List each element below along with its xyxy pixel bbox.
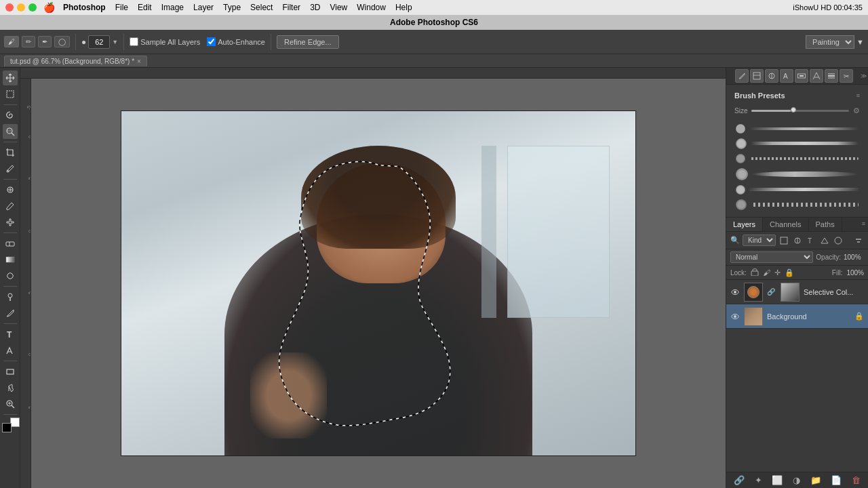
brush-presets-collapse[interactable]: ≡: [856, 92, 860, 99]
panel-icon-btn-1[interactable]: [735, 69, 749, 83]
menu-select[interactable]: Select: [250, 3, 273, 12]
panel-icon-btn-8[interactable]: ✂: [840, 69, 853, 83]
channels-tab[interactable]: Channels: [763, 218, 808, 231]
clone-stamp-tool[interactable]: [3, 215, 18, 230]
size-slider-track[interactable]: [751, 110, 849, 112]
layer-row-background[interactable]: Background 🔒: [726, 304, 868, 329]
quick-selection-tool[interactable]: [3, 124, 18, 139]
eraser-tool[interactable]: [3, 236, 18, 251]
size-slider-thumb[interactable]: [791, 107, 796, 113]
maximize-button[interactable]: [28, 3, 37, 12]
filter-shape-icon[interactable]: [819, 235, 830, 246]
menu-window[interactable]: Window: [357, 3, 386, 12]
brush-tool-button[interactable]: 🖌: [4, 36, 19, 47]
lasso-tool[interactable]: [3, 108, 18, 123]
filter-pixel-icon[interactable]: [778, 235, 789, 246]
dodge-tool[interactable]: [3, 289, 18, 304]
zoom-tool[interactable]: [3, 396, 18, 411]
layer-row-selective-color[interactable]: 🔗 Selective Col...: [726, 280, 868, 304]
panel-icon-btn-7[interactable]: [825, 69, 838, 83]
auto-enhance-checkbox[interactable]: [207, 37, 216, 46]
panel-icon-btn-2[interactable]: [750, 69, 764, 83]
lock-image-pixels-icon[interactable]: 🖌: [763, 268, 770, 277]
menu-type[interactable]: Type: [223, 3, 241, 12]
lock-all-icon[interactable]: 🔒: [785, 268, 794, 277]
sample-all-layers-checkbox[interactable]: [130, 37, 138, 46]
panel-gear-icon[interactable]: ⚙: [853, 106, 860, 115]
menu-view[interactable]: View: [330, 3, 347, 12]
refine-edge-button[interactable]: Refine Edge...: [277, 35, 339, 49]
new-layer-button[interactable]: 📄: [831, 475, 842, 485]
crop-tool[interactable]: [3, 145, 18, 160]
rectangle-tool[interactable]: [3, 364, 18, 379]
menu-layer[interactable]: Layer: [193, 3, 214, 12]
brush-preset-5[interactable]: [734, 183, 860, 197]
fill-value[interactable]: 100%: [846, 269, 864, 277]
layer-visibility-toggle-2[interactable]: [730, 312, 740, 321]
auto-enhance-label[interactable]: Auto-Enhance: [207, 37, 265, 46]
brush-size-dropdown-icon[interactable]: ▼: [112, 39, 118, 45]
close-button[interactable]: [5, 3, 14, 12]
foreground-color-swatch[interactable]: [2, 423, 12, 432]
tab-close-icon[interactable]: ×: [137, 58, 141, 65]
delete-layer-button[interactable]: 🗑: [852, 475, 861, 485]
brush-preset-3[interactable]: [734, 152, 860, 165]
brush-preset-4[interactable]: [734, 167, 860, 182]
layer-visibility-toggle-1[interactable]: [730, 287, 740, 297]
filter-adjustment-icon[interactable]: [792, 235, 803, 246]
brush-preset-2[interactable]: [734, 137, 860, 150]
brush-tool-alt2[interactable]: ✒: [38, 36, 52, 47]
brush-size-icon: ●: [81, 37, 86, 47]
new-fill-adjustment-button[interactable]: ◑: [793, 475, 800, 485]
panel-icon-btn-4[interactable]: A: [780, 69, 793, 83]
svg-point-33: [835, 237, 842, 244]
layers-panel-collapse[interactable]: ≡: [859, 218, 868, 231]
layers-tab[interactable]: Layers: [726, 218, 763, 231]
add-layer-style-button[interactable]: ✦: [755, 475, 762, 485]
panel-collapse-button[interactable]: ≫: [861, 73, 867, 79]
lock-transparent-pixels-icon[interactable]: [751, 268, 759, 277]
add-mask-button[interactable]: ⬜: [772, 475, 783, 485]
link-layers-button[interactable]: 🔗: [734, 475, 745, 485]
brush-preset-6[interactable]: [734, 198, 860, 211]
lock-position-icon[interactable]: ✛: [774, 268, 781, 277]
menu-edit[interactable]: Edit: [138, 3, 152, 12]
new-group-button[interactable]: 📁: [810, 475, 821, 485]
hand-tool[interactable]: [3, 380, 18, 395]
filter-type-icon[interactable]: T: [806, 235, 816, 246]
menu-help[interactable]: Help: [395, 3, 412, 12]
menu-filter[interactable]: Filter: [282, 3, 300, 12]
menu-file[interactable]: File: [115, 3, 128, 12]
paths-tab[interactable]: Paths: [809, 218, 842, 231]
opacity-value[interactable]: 100%: [844, 253, 864, 261]
panel-icon-btn-5[interactable]: [795, 69, 808, 83]
pen-tool[interactable]: [3, 306, 18, 321]
menu-3d[interactable]: 3D: [310, 3, 320, 12]
panel-icon-btn-6[interactable]: [810, 69, 823, 83]
document-tab[interactable]: tut.psd @ 66.7% (Background, RGB/8*) * ×: [4, 56, 147, 66]
brush-size-input[interactable]: [88, 35, 110, 49]
brush-tool-alt3[interactable]: ◯: [54, 36, 70, 47]
filter-toggle-icon[interactable]: [853, 235, 864, 246]
type-tool[interactable]: T: [3, 327, 18, 342]
panel-icon-btn-3[interactable]: [765, 69, 778, 83]
blend-mode-select[interactable]: Normal: [730, 251, 813, 263]
minimize-button[interactable]: [17, 3, 25, 12]
gradient-tool[interactable]: [3, 252, 18, 267]
brush-preset-1[interactable]: [734, 122, 860, 136]
marquee-tool[interactable]: [3, 87, 18, 102]
sample-all-layers-label[interactable]: Sample All Layers: [130, 37, 200, 46]
canvas-content[interactable]: @keyframes march { to { stroke-dashoffse…: [31, 79, 726, 488]
background-color-swatch[interactable]: [10, 418, 20, 427]
eyedropper-tool[interactable]: [3, 161, 18, 176]
workspace-select[interactable]: Painting: [806, 35, 854, 49]
menu-image[interactable]: Image: [161, 3, 184, 12]
blur-tool[interactable]: [3, 268, 18, 283]
path-selection-tool[interactable]: [3, 343, 18, 358]
filter-smartobj-icon[interactable]: [833, 235, 844, 246]
healing-brush-tool[interactable]: [3, 182, 18, 197]
brush-tool-alt1[interactable]: ✏: [22, 36, 35, 47]
kind-select[interactable]: Kind: [743, 235, 776, 246]
move-tool[interactable]: [3, 70, 18, 85]
brush-tool[interactable]: [3, 199, 18, 214]
